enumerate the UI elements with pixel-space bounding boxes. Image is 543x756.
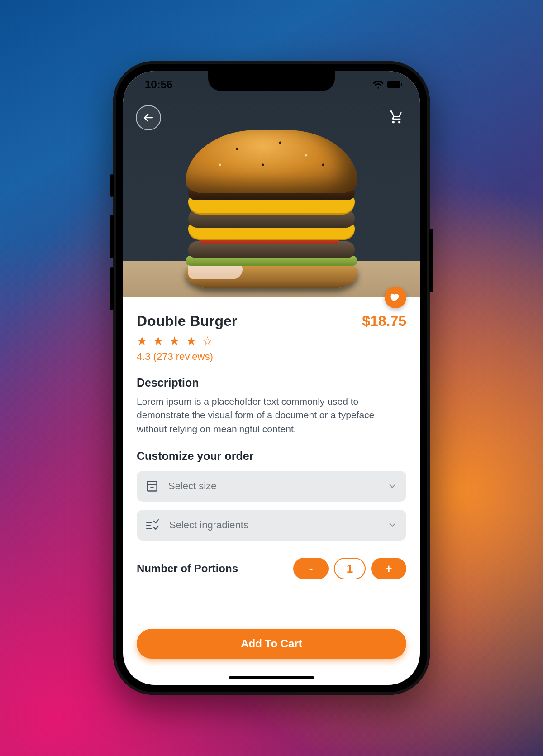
add-to-cart-button[interactable]: Add To Cart — [137, 629, 406, 659]
select-size[interactable]: Select size — [137, 471, 406, 502]
portions-label: Number of Portions — [137, 562, 238, 575]
battery-icon — [387, 81, 403, 88]
side-button — [110, 174, 114, 197]
chevron-down-icon — [387, 520, 397, 530]
content: Double Burger $18.75 ★ ★ ★ ★ ☆ 4.3 (273 … — [123, 297, 420, 685]
heart-icon — [390, 292, 401, 303]
screen: 10:56 — [123, 71, 420, 685]
phone-mock: 10:56 — [113, 61, 430, 695]
svg-rect-3 — [148, 482, 157, 491]
favorite-button[interactable] — [385, 287, 406, 308]
quantity-stepper: - 1 + — [293, 558, 406, 579]
side-button — [110, 215, 114, 258]
box-icon — [146, 480, 158, 493]
status-right — [369, 81, 403, 89]
cart-button[interactable] — [386, 107, 406, 127]
back-button[interactable] — [136, 105, 161, 130]
product-hero: 10:56 — [123, 71, 420, 297]
quantity-value: 1 — [334, 558, 366, 579]
select-size-label: Select size — [168, 480, 377, 492]
description-heading: Description — [137, 376, 406, 389]
svg-rect-1 — [401, 83, 402, 86]
side-button — [429, 229, 433, 292]
rating-text: 4.3 (273 reviews) — [137, 351, 406, 363]
product-title: Double Burger — [137, 313, 237, 330]
cart-icon — [389, 110, 404, 124]
arrow-left-icon — [143, 112, 154, 124]
select-ingredients-label: Select ingradients — [169, 519, 377, 531]
home-indicator — [229, 676, 314, 679]
chevron-down-icon — [387, 481, 397, 491]
side-button — [110, 267, 114, 310]
checklist-icon — [146, 519, 159, 531]
select-ingredients[interactable]: Select ingradients — [137, 510, 406, 541]
rating-stars: ★ ★ ★ ★ ☆ — [137, 334, 406, 348]
customize-heading: Customize your order — [137, 450, 406, 463]
status-time: 10:56 — [145, 78, 172, 91]
notch — [208, 71, 335, 91]
decrease-button[interactable]: - — [293, 558, 329, 579]
increase-button[interactable]: + — [371, 558, 406, 579]
product-price: $18.75 — [362, 313, 406, 330]
burger-image — [186, 130, 357, 284]
svg-rect-0 — [387, 81, 400, 88]
description-text: Lorem ipsum is a placeholder text common… — [137, 395, 406, 436]
wifi-icon — [373, 81, 384, 89]
